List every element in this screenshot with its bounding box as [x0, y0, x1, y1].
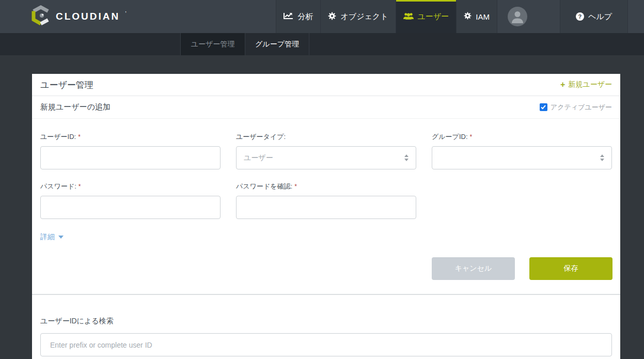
cloudian-hexagon-icon	[31, 5, 51, 28]
page-title: ユーザー管理	[40, 79, 93, 91]
field-label-text: グループID:	[432, 133, 468, 141]
avatar[interactable]	[508, 7, 527, 26]
active-user-toggle: アクティブユーザー	[540, 103, 612, 112]
details-toggle-label: 詳細	[40, 232, 55, 242]
users-icon	[403, 12, 414, 22]
trademark-mark: ’	[125, 10, 126, 17]
group-id-label: グループID:*	[432, 132, 612, 142]
subnav-tab-label: ユーザー管理	[191, 40, 235, 49]
user-id-field-group: ユーザーID:*	[40, 132, 221, 169]
required-asterisk: *	[78, 183, 81, 190]
nav-tab-label: IAM	[476, 12, 490, 21]
nav-tab-label: オブジェクト	[340, 12, 388, 22]
user-id-input[interactable]	[40, 146, 221, 169]
empty-grid-cell	[432, 182, 612, 219]
cloudian-logo: CLOUDIAN ’	[0, 0, 127, 33]
user-type-label: ユーザータイプ:	[236, 132, 416, 142]
details-toggle[interactable]: 詳細	[32, 219, 94, 242]
subnav-tab-user-management[interactable]: ユーザー管理	[180, 33, 245, 55]
top-navigation-bar: CLOUDIAN ’ 分析	[0, 0, 644, 33]
cloudian-console: CLOUDIAN ’ 分析	[0, 0, 644, 359]
chart-line-icon	[284, 12, 293, 21]
password-input[interactable]	[40, 196, 221, 219]
select-stepper-icon	[404, 154, 409, 161]
form-actions: キャンセル 保存	[32, 242, 620, 294]
user-account-section[interactable]	[497, 0, 560, 33]
group-id-field-group: グループID:*	[432, 132, 612, 169]
required-asterisk: *	[294, 183, 297, 190]
nav-tab-help[interactable]: ? ヘルプ	[560, 0, 628, 33]
password-confirm-field-group: パスワードを確認:*	[236, 182, 416, 219]
user-management-panel: ユーザー管理 + 新規ユーザー 新規ユーザーの追加 アクティブユーザー ユーザー	[32, 74, 620, 359]
field-label-text: パスワード:	[40, 182, 76, 190]
cancel-button[interactable]: キャンセル	[432, 257, 515, 280]
group-id-select[interactable]	[432, 146, 612, 169]
nav-tab-label: ユーザー	[418, 12, 449, 22]
topbar-end-spacer	[628, 0, 644, 33]
secondary-navigation-bar: ユーザー管理 グループ管理	[0, 33, 644, 55]
nav-tab-label: 分析	[297, 12, 313, 22]
field-label-text: パスワードを確認:	[236, 182, 292, 190]
required-asterisk: *	[470, 133, 473, 141]
user-search-section: ユーザーIDによる検索	[32, 294, 620, 359]
nav-tab-users[interactable]: ユーザー	[396, 0, 457, 33]
nav-tab-iam[interactable]: IAM	[456, 0, 497, 33]
user-type-select[interactable]: ユーザー	[236, 146, 416, 169]
active-user-label: アクティブユーザー	[551, 103, 612, 112]
password-label: パスワード:*	[40, 182, 221, 191]
new-user-button[interactable]: + 新規ユーザー	[560, 80, 612, 89]
field-label-text: ユーザータイプ:	[236, 133, 286, 141]
question-mark-icon: ?	[576, 12, 584, 21]
field-label-text: ユーザーID:	[40, 133, 76, 141]
panel-header: ユーザー管理 + 新規ユーザー	[32, 74, 620, 96]
search-label: ユーザーIDによる検索	[40, 317, 612, 326]
user-id-label: ユーザーID:*	[40, 132, 221, 142]
new-user-button-label: 新規ユーザー	[568, 80, 612, 89]
new-user-form: ユーザーID:* ユーザータイプ: ユーザー グループID:*	[32, 119, 620, 219]
help-label: ヘルプ	[588, 12, 612, 22]
save-button[interactable]: 保存	[529, 257, 612, 280]
chevron-down-icon	[58, 236, 64, 239]
subnav-tab-label: グループ管理	[255, 40, 299, 49]
required-asterisk: *	[78, 133, 81, 141]
nav-tab-objects[interactable]: オブジェクト	[320, 0, 395, 33]
gear-icon	[464, 12, 472, 21]
brand-name: CLOUDIAN	[56, 11, 120, 22]
password-confirm-input[interactable]	[236, 196, 416, 219]
form-title: 新規ユーザーの追加	[40, 102, 111, 112]
password-confirm-label: パスワードを確認:*	[236, 182, 416, 191]
nav-tab-analysis[interactable]: 分析	[276, 0, 320, 33]
subnav-tab-group-management[interactable]: グループ管理	[245, 33, 309, 55]
user-type-selected-value: ユーザー	[244, 153, 273, 163]
user-type-field-group: ユーザータイプ: ユーザー	[236, 132, 416, 169]
add-user-section-header: 新規ユーザーの追加 アクティブユーザー	[32, 96, 620, 119]
active-user-checkbox[interactable]	[540, 103, 547, 111]
check-icon	[541, 105, 546, 110]
topbar-spacer	[127, 0, 276, 33]
password-field-group: パスワード:*	[40, 182, 221, 219]
gear-icon	[328, 12, 336, 22]
search-input[interactable]	[40, 333, 612, 356]
select-stepper-icon	[600, 154, 604, 161]
plus-icon: +	[560, 80, 565, 89]
